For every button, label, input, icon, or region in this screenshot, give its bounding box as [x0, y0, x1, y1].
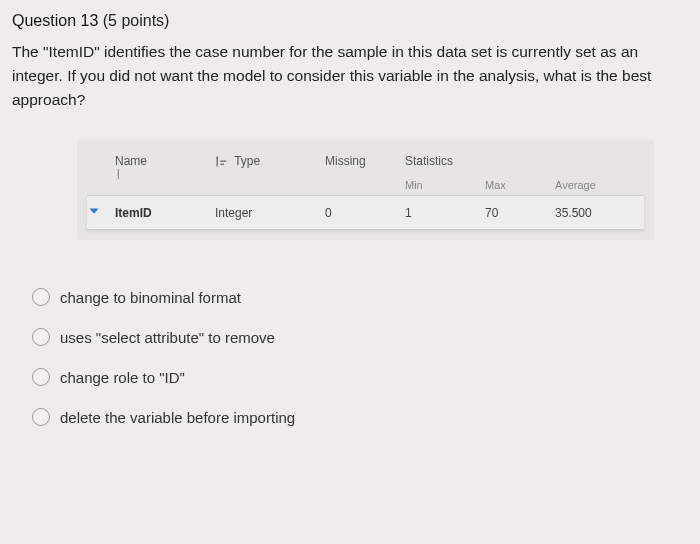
col-statistics: Statistics — [405, 154, 485, 168]
row-avg: 35.500 — [555, 206, 625, 220]
data-table: Name Type Missing Statistics | Min Max A… — [77, 140, 654, 240]
row-type: Integer — [215, 206, 325, 220]
col-name: Name — [115, 154, 215, 168]
row-max: 70 — [485, 206, 555, 220]
column-sort-icon — [215, 156, 227, 168]
question-body: The "ItemID" identifies the case number … — [12, 40, 684, 112]
question-number: Question 13 — [12, 12, 98, 29]
option-label: uses "select attribute" to remove — [60, 329, 275, 346]
row-min: 1 — [405, 206, 485, 220]
col-missing: Missing — [325, 154, 405, 168]
option-a[interactable]: change to binominal format — [32, 288, 684, 306]
question-points: (5 points) — [103, 12, 170, 29]
svg-rect-1 — [220, 160, 226, 162]
row-name: ItemID — [115, 206, 215, 220]
row-missing: 0 — [325, 206, 405, 220]
svg-rect-2 — [220, 163, 224, 165]
radio-icon[interactable] — [32, 288, 50, 306]
svg-rect-0 — [217, 157, 219, 166]
radio-icon[interactable] — [32, 328, 50, 346]
col-type: Type — [215, 154, 325, 168]
table-sub-header-row: Min Max Average — [87, 179, 644, 195]
question-header: Question 13 (5 points) — [12, 12, 684, 30]
option-label: delete the variable before importing — [60, 409, 295, 426]
radio-icon[interactable] — [32, 408, 50, 426]
col-min: Min — [405, 179, 485, 191]
col-max: Max — [485, 179, 555, 191]
option-label: change to binominal format — [60, 289, 241, 306]
radio-icon[interactable] — [32, 368, 50, 386]
col-avg: Average — [555, 179, 625, 191]
tick-mark: | — [117, 168, 644, 179]
option-label: change role to "ID" — [60, 369, 185, 386]
option-d[interactable]: delete the variable before importing — [32, 408, 684, 426]
table-row: ItemID Integer 0 1 70 35.500 — [87, 195, 644, 230]
option-b[interactable]: uses "select attribute" to remove — [32, 328, 684, 346]
option-c[interactable]: change role to "ID" — [32, 368, 684, 386]
chevron-down-icon[interactable] — [87, 204, 101, 218]
answer-options: change to binominal format uses "select … — [12, 288, 684, 426]
